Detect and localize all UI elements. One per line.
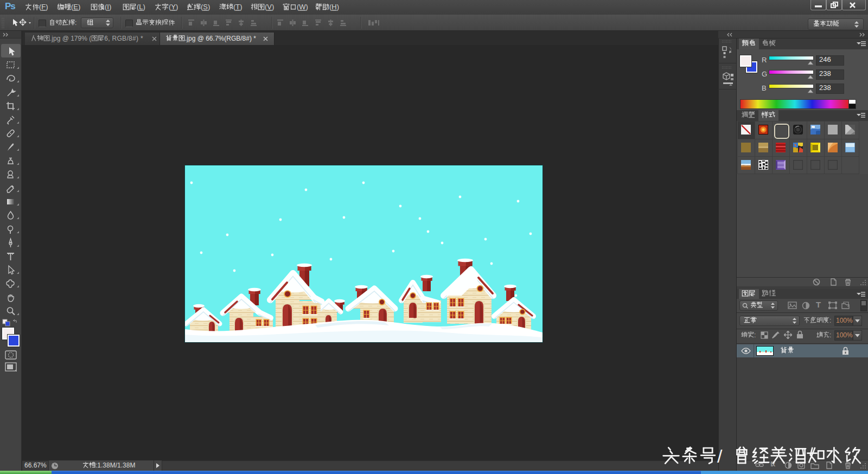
svg-text:100%: 100% bbox=[836, 317, 853, 324]
svg-text:B: B bbox=[762, 84, 767, 92]
svg-text:(T): (T) bbox=[233, 3, 242, 11]
svg-text:(W): (W) bbox=[297, 3, 308, 11]
svg-text:(S): (S) bbox=[201, 3, 210, 11]
svg-text:6, RGB/8#) *: 6, RGB/8#) * bbox=[104, 35, 143, 42]
svg-text:(H): (H) bbox=[329, 3, 339, 11]
svg-text:238: 238 bbox=[819, 69, 831, 78]
svg-text:(E): (E) bbox=[71, 3, 80, 11]
svg-text::: : bbox=[75, 19, 76, 27]
svg-text:.jpg @ 179% (: .jpg @ 179% ( bbox=[50, 35, 91, 42]
svg-text:/: / bbox=[717, 446, 723, 466]
svg-text:Ps: Ps bbox=[5, 1, 16, 11]
svg-text:R: R bbox=[762, 56, 767, 64]
svg-text:(F): (F) bbox=[39, 3, 48, 11]
svg-text:(I): (I) bbox=[105, 3, 111, 11]
svg-text:(Y): (Y) bbox=[169, 3, 178, 11]
svg-text:246: 246 bbox=[819, 55, 831, 63]
svg-text::: : bbox=[754, 331, 756, 339]
svg-text:.jpg @ 66.7%(RGB/8#) *: .jpg @ 66.7%(RGB/8#) * bbox=[185, 35, 256, 42]
svg-text:(L): (L) bbox=[137, 3, 145, 11]
svg-text:66.67%: 66.67% bbox=[24, 462, 47, 469]
svg-text:(V): (V) bbox=[265, 3, 274, 11]
svg-text:100%: 100% bbox=[836, 331, 853, 339]
svg-text:G: G bbox=[762, 70, 767, 78]
svg-text::: : bbox=[829, 331, 831, 339]
svg-text:T: T bbox=[816, 300, 821, 309]
svg-text:238: 238 bbox=[819, 84, 831, 92]
svg-text::: : bbox=[829, 317, 831, 324]
svg-text::1.38M/1.38M: :1.38M/1.38M bbox=[95, 462, 135, 469]
